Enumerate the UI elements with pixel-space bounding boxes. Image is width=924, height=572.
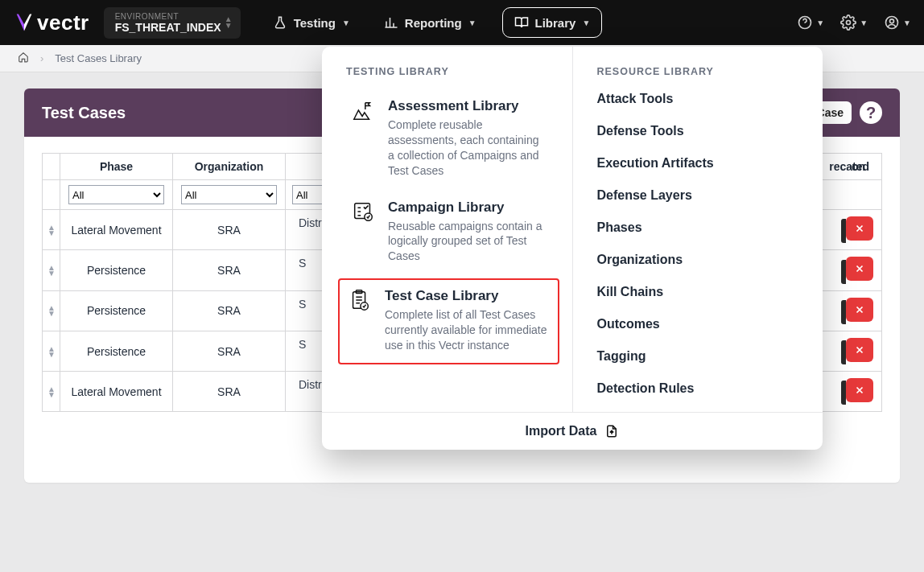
delete-button[interactable] [846,338,873,362]
drag-handle-icon[interactable]: ▲▼ [47,346,55,357]
filter-phase[interactable]: All [68,185,164,204]
svg-point-1 [847,21,851,25]
chevron-down-icon: ▼ [342,19,350,27]
testing-library-column: TESTING LIBRARY Assessment Library Compl… [322,47,572,412]
chevron-updown-icon: ▲▼ [225,16,233,29]
close-icon [854,304,865,315]
home-icon[interactable] [18,51,29,65]
svg-point-3 [890,19,894,23]
close-icon [854,263,865,274]
cell-org: SRA [173,210,286,250]
col-handle [43,154,60,180]
mountain-flag-icon [349,98,377,179]
resource-link[interactable]: Organizations [597,253,801,267]
resource-link[interactable]: Defense Layers [597,188,801,203]
resource-link[interactable]: Attack Tools [597,92,801,106]
nav-reporting[interactable]: Reporting ▼ [376,9,485,36]
resource-link[interactable]: Outcomes [597,317,801,331]
bar-chart-icon [384,15,398,30]
test-case-library-item[interactable]: Test Case Library Complete list of all T… [338,278,559,364]
cell-phase: Lateral Movement [60,372,173,412]
chevron-down-icon: ▼ [816,19,824,27]
resource-library-column: RESOURCE LIBRARY Attack ToolsDefense Too… [572,47,823,412]
drag-handle-icon[interactable]: ▲▼ [47,305,55,316]
nav-library[interactable]: Library ▼ [502,7,603,38]
environment-label: ENVIRONMENT [115,12,229,21]
help-circle-icon [797,14,813,31]
brand-logo: vectr [13,10,89,35]
book-open-icon [514,15,529,30]
resource-link[interactable]: Detection Rules [597,381,801,396]
close-icon [854,344,865,356]
cell-phase: Persistence [60,250,173,290]
top-nav: vectr ENVIRONMENT FS_THREAT_INDEX ▲▼ Tes… [0,0,924,45]
col-org[interactable]: Organization [173,154,286,180]
resource-link[interactable]: Kill Chains [597,285,801,299]
drag-handle-icon[interactable]: ▲▼ [47,386,55,397]
chevron-down-icon: ▼ [903,19,911,27]
panel-title: Test Cases [42,104,126,122]
chevron-down-icon: ▼ [860,19,868,27]
campaign-library-item[interactable]: Campaign Library Reusable campaigns cont… [346,193,550,276]
cell-org: SRA [173,250,286,290]
cell-phase: Persistence [60,290,173,331]
delete-button[interactable] [846,378,873,402]
import-data-button[interactable]: Import Data [322,412,823,450]
breadcrumb-current: Test Cases Library [55,52,142,64]
environment-selector[interactable]: ENVIRONMENT FS_THREAT_INDEX ▲▼ [104,7,241,39]
resource-link[interactable]: Defense Tools [597,124,801,138]
resource-link[interactable]: Tagging [597,349,801,364]
user-menu[interactable]: ▼ [884,14,911,31]
cell-phase: Persistence [60,331,173,371]
close-icon [854,385,865,396]
assessment-library-item[interactable]: Assessment Library Complete reusable ass… [346,92,550,190]
delete-button[interactable] [846,298,873,322]
delete-button[interactable] [846,216,873,241]
flask-icon [273,15,287,30]
cell-phase: Lateral Movement [60,210,173,250]
logo-mark-icon [13,11,35,34]
cell-org: SRA [173,372,286,412]
breadcrumb-separator: › [40,52,43,64]
resource-link[interactable]: Phases [597,220,801,235]
cell-org: SRA [173,331,286,371]
chevron-down-icon: ▼ [468,19,476,27]
file-import-icon [604,424,619,438]
delete-button[interactable] [846,257,873,281]
close-icon [854,223,865,234]
settings-menu[interactable]: ▼ [840,14,868,31]
resource-link[interactable]: Execution Artifacts [597,156,801,171]
environment-value: FS_THREAT_INDEX [115,21,229,34]
primary-nav: Testing ▼ Reporting ▼ Library ▼ [265,7,603,38]
user-circle-icon [884,14,900,31]
chevron-down-icon: ▼ [582,19,590,27]
gear-icon [840,14,856,31]
library-dropdown: TESTING LIBRARY Assessment Library Compl… [322,47,823,450]
top-right-icons: ▼ ▼ ▼ [797,14,911,31]
filter-org[interactable]: All [181,185,277,204]
help-menu[interactable]: ▼ [797,14,824,31]
clipboard-check-icon [346,288,373,353]
resource-library-header: RESOURCE LIBRARY [597,66,801,77]
testing-library-header: TESTING LIBRARY [346,66,550,77]
checklist-icon [349,200,377,265]
col-phase[interactable]: Phase [60,154,173,180]
nav-testing[interactable]: Testing ▼ [265,9,358,36]
drag-handle-icon[interactable]: ▲▼ [47,224,55,236]
cell-org: SRA [173,290,286,331]
brand-text: vectr [37,10,89,35]
drag-handle-icon[interactable]: ▲▼ [47,265,55,276]
panel-help-button[interactable]: ? [860,101,882,124]
